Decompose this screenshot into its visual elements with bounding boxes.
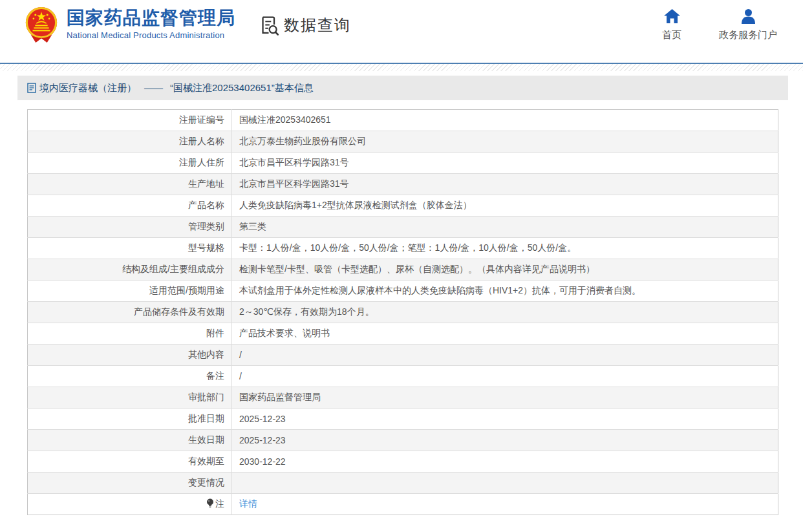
table-row: 其他内容 / xyxy=(28,345,778,366)
table-row: 注 详情 xyxy=(28,494,778,515)
table-row: 结构及组成/主要组成成分 检测卡笔型/卡型、吸管（卡型选配）、尿杯（自测选配）。… xyxy=(28,259,778,281)
row-value: 北京市昌平区科学园路31号 xyxy=(232,153,778,174)
row-label: 备注 xyxy=(206,370,224,381)
row-value: 北京万泰生物药业股份有限公司 xyxy=(232,131,778,153)
breadcrumb-category: 境内医疗器械（注册） xyxy=(39,76,136,100)
row-label-cell: 注 xyxy=(28,494,232,515)
nav-home-label: 首页 xyxy=(662,29,681,41)
row-value: 产品技术要求、说明书 xyxy=(232,323,778,345)
section-title: 数据查询 xyxy=(284,15,351,36)
table-row: 型号规格 卡型：1人份/盒，10人份/盒，50人份/盒；笔型：1人份/盒，10人… xyxy=(28,238,778,259)
breadcrumb-separator: —— xyxy=(144,76,162,100)
row-label-cell: 产品名称 xyxy=(28,195,232,217)
row-value: 检测卡笔型/卡型、吸管（卡型选配）、尿杯（自测选配）。（具体内容详见产品说明书） xyxy=(232,259,778,281)
table-row: 注册人住所 北京市昌平区科学园路31号 xyxy=(28,153,778,174)
row-label: 适用范围/预期用途 xyxy=(149,285,224,295)
row-label-cell: 变更情况 xyxy=(28,473,232,494)
row-value: / xyxy=(232,345,778,366)
data-query-section: 数据查询 xyxy=(258,14,351,36)
logo-text: 国家药品监督管理局 National Medical Products Admi… xyxy=(67,6,235,40)
row-label-cell: 审批部门 xyxy=(28,387,232,409)
row-label-cell: 注册人名称 xyxy=(28,131,232,153)
top-nav: 首页 政务服务门户 xyxy=(625,8,777,41)
row-label: 注册人名称 xyxy=(179,136,224,146)
detail-link[interactable]: 详情 xyxy=(239,498,257,509)
table-row: 适用范围/预期用途 本试剂盒用于体外定性检测人尿液样本中的人类免疫缺陷病毒（HI… xyxy=(28,281,778,302)
row-label: 变更情况 xyxy=(188,477,224,487)
row-label-cell: 结构及组成/主要组成成分 xyxy=(28,259,232,281)
nav-home[interactable]: 首页 xyxy=(662,8,681,41)
breadcrumb: 境内医疗器械（注册） —— “国械注准20253402651”基本信息 xyxy=(17,76,788,100)
row-label-cell: 注册人住所 xyxy=(28,153,232,174)
table-row: 产品储存条件及有效期 2～30℃保存，有效期为18个月。 xyxy=(28,302,778,323)
row-label: 产品名称 xyxy=(188,200,224,210)
row-label: 型号规格 xyxy=(188,242,224,253)
national-emblem-icon xyxy=(23,6,67,43)
table-row: 注册证编号 国械注准20253402651 xyxy=(28,110,778,131)
row-value: 2～30℃保存，有效期为18个月。 xyxy=(232,302,778,323)
table-row: 管理类别 第三类 xyxy=(28,217,778,238)
header-hatch-texture xyxy=(0,64,803,71)
row-label: 产品储存条件及有效期 xyxy=(134,306,224,317)
info-table: 注册证编号 国械注准20253402651 注册人名称 北京万泰生物药业股份有限… xyxy=(27,109,778,515)
row-value: 国家药品监督管理局 xyxy=(232,387,778,409)
row-value: 北京市昌平区科学园路31号 xyxy=(232,174,778,195)
row-value: 2025-12-23 xyxy=(232,409,778,430)
row-label: 其他内容 xyxy=(188,349,224,359)
row-value: 2025-12-23 xyxy=(232,430,778,451)
row-label-cell: 生效日期 xyxy=(28,430,232,451)
home-icon xyxy=(663,8,681,25)
table-row: 生效日期 2025-12-23 xyxy=(28,430,778,451)
row-label-cell: 产品储存条件及有效期 xyxy=(28,302,232,323)
row-label: 注册证编号 xyxy=(179,114,224,125)
bulb-icon xyxy=(206,498,214,510)
nav-portal[interactable]: 政务服务门户 xyxy=(719,8,777,41)
site-title: 国家药品监督管理局 xyxy=(67,8,235,28)
document-icon xyxy=(27,83,39,93)
row-label: 批准日期 xyxy=(188,413,224,423)
site-logo[interactable]: 国家药品监督管理局 National Medical Products Admi… xyxy=(23,6,235,43)
table-row: 审批部门 国家药品监督管理局 xyxy=(28,387,778,409)
row-label-cell: 注册证编号 xyxy=(28,110,232,131)
row-label-cell: 型号规格 xyxy=(28,238,232,259)
row-label: 生产地址 xyxy=(188,178,224,189)
site-header: 国家药品监督管理局 National Medical Products Admi… xyxy=(0,0,803,63)
data-query-icon xyxy=(258,14,284,36)
row-value: 详情 xyxy=(232,494,778,515)
user-icon xyxy=(740,8,757,25)
content-area: 境内医疗器械（注册） —— “国械注准20253402651”基本信息 注册证编… xyxy=(17,76,788,515)
page-title: “国械注准20253402651”基本信息 xyxy=(170,76,314,100)
site-subtitle: National Medical Products Administration xyxy=(67,30,235,40)
table-row: 附件 产品技术要求、说明书 xyxy=(28,323,778,345)
row-label-cell: 有效期至 xyxy=(28,451,232,473)
row-value xyxy=(232,473,778,494)
row-value: 国械注准20253402651 xyxy=(232,110,778,131)
nav-portal-label: 政务服务门户 xyxy=(719,29,777,41)
row-value: 第三类 xyxy=(232,217,778,238)
row-label: 有效期至 xyxy=(188,456,224,466)
row-label: 审批部门 xyxy=(188,392,224,402)
table-row: 有效期至 2030-12-22 xyxy=(28,451,778,473)
row-label: 管理类别 xyxy=(188,221,224,231)
row-value: / xyxy=(232,366,778,387)
row-label: 生效日期 xyxy=(188,434,224,445)
table-row: 批准日期 2025-12-23 xyxy=(28,409,778,430)
row-label-cell: 适用范围/预期用途 xyxy=(28,281,232,302)
row-label: 注册人住所 xyxy=(179,157,224,167)
row-label-cell: 其他内容 xyxy=(28,345,232,366)
table-row: 备注 / xyxy=(28,366,778,387)
table-row: 生产地址 北京市昌平区科学园路31号 xyxy=(28,174,778,195)
row-label-cell: 生产地址 xyxy=(28,174,232,195)
row-value: 2030-12-22 xyxy=(232,451,778,473)
row-label: 附件 xyxy=(206,328,224,338)
row-label-cell: 备注 xyxy=(28,366,232,387)
row-label-cell: 附件 xyxy=(28,323,232,345)
row-label-cell: 批准日期 xyxy=(28,409,232,430)
row-label: 结构及组成/主要组成成分 xyxy=(122,264,224,274)
info-table-body: 注册证编号 国械注准20253402651 注册人名称 北京万泰生物药业股份有限… xyxy=(28,110,778,515)
row-label: 注 xyxy=(215,498,224,509)
table-row: 产品名称 人类免疫缺陷病毒1+2型抗体尿液检测试剂盒（胶体金法） xyxy=(28,195,778,217)
row-label-cell: 管理类别 xyxy=(28,217,232,238)
table-row: 注册人名称 北京万泰生物药业股份有限公司 xyxy=(28,131,778,153)
row-value: 人类免疫缺陷病毒1+2型抗体尿液检测试剂盒（胶体金法） xyxy=(232,195,778,217)
